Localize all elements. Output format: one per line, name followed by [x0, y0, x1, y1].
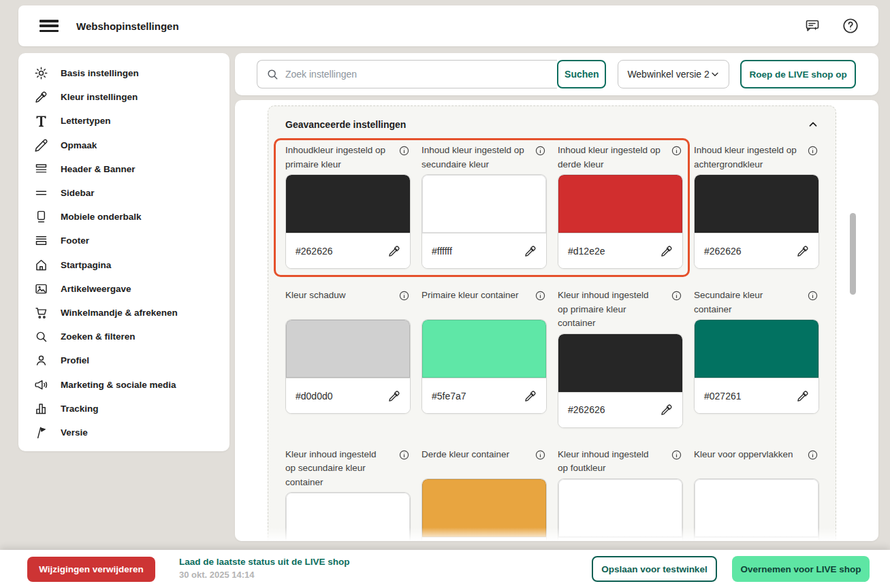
image-icon [34, 282, 48, 296]
color-swatch[interactable] [286, 493, 410, 541]
info-icon[interactable] [398, 449, 410, 461]
call-live-shop-button[interactable]: Roep de LIVE shop op [740, 60, 856, 88]
eyedropper-button[interactable] [660, 403, 673, 416]
sidebar-item-artikelweergave[interactable]: Artikelweergave [18, 277, 229, 301]
scrollbar-thumb[interactable] [850, 213, 856, 295]
sidebar-item-footer[interactable]: Footer [18, 229, 229, 252]
color-swatch[interactable] [422, 320, 546, 378]
eyedropper-button[interactable] [524, 389, 537, 403]
info-icon[interactable] [807, 145, 819, 157]
eyedropper-button[interactable] [796, 244, 810, 258]
color-swatch[interactable] [286, 320, 410, 378]
eyedropper-icon [387, 389, 401, 403]
info-icon[interactable] [671, 145, 682, 157]
color-swatch[interactable] [558, 175, 682, 233]
sidebar-item-label: Basis instellingen [61, 68, 139, 78]
load-live-status-link[interactable]: Laad de laatste status uit de LIVE shop [179, 557, 350, 568]
sidebar-item-startpagina[interactable]: Startpagina [18, 253, 229, 277]
settings-toolbar: Suchen Webwinkel versie 2 Roep de LIVE s… [235, 53, 878, 95]
info-icon[interactable] [535, 290, 546, 301]
color-card-label: Inhoud kleur ingesteld op derde kleur [558, 144, 661, 172]
version-select[interactable]: Webwinkel versie 2 [618, 60, 729, 88]
sidebar-item-versie[interactable]: Versie [18, 421, 229, 444]
search-input[interactable] [257, 60, 557, 88]
sidebar-item-profiel[interactable]: Profiel [18, 348, 229, 372]
chevron-up-icon [807, 118, 819, 131]
hex-value: #262626 [296, 246, 333, 257]
info-icon[interactable] [398, 290, 410, 301]
save-test-button[interactable]: Opslaan voor testwinkel [592, 556, 717, 582]
feedback-icon [804, 18, 821, 34]
info-icon[interactable] [807, 290, 819, 301]
color-swatch[interactable] [695, 479, 819, 538]
info-icon[interactable] [535, 449, 546, 461]
info-icon[interactable] [671, 290, 682, 301]
color-swatch[interactable] [422, 175, 546, 233]
hex-value: #027261 [704, 391, 742, 402]
eyedropper-button[interactable] [660, 244, 673, 258]
color-card-kleur-inhoud-ingesteld-op-primaire-kleur-container: Kleur inhoud ingesteld op primaire kleur… [558, 289, 683, 428]
feedback-button[interactable] [804, 18, 821, 34]
eyedropper-icon [524, 244, 537, 258]
footer-icon [34, 233, 48, 248]
hex-value: #262626 [568, 404, 605, 415]
color-swatch[interactable] [695, 175, 819, 233]
eyedropper-button[interactable] [387, 389, 401, 403]
sidebar-item-label: Marketing & sociale media [61, 380, 176, 390]
eyedropper-icon [660, 403, 673, 416]
hex-value: #262626 [704, 246, 742, 257]
info-icon[interactable] [807, 449, 819, 461]
scrollbar[interactable] [849, 103, 857, 538]
hamburger-menu-button[interactable] [39, 18, 59, 33]
status-timestamp: 30 okt. 2025 14:14 [179, 570, 350, 581]
flag-icon [34, 425, 48, 440]
sidebar-item-basis-instellingen[interactable]: Basis instellingen [18, 61, 229, 85]
sidebar-item-kleur-instellingen[interactable]: Kleur instellingen [18, 85, 229, 109]
help-icon [842, 17, 859, 35]
search-button[interactable]: Suchen [557, 60, 606, 88]
sidebar-item-tracking[interactable]: Tracking [18, 397, 229, 421]
color-card-label: Inhoud kleur ingesteld op achtergrondkle… [694, 144, 797, 172]
version-select-value: Webwinkel versie 2 [627, 69, 709, 80]
person-icon [34, 353, 48, 368]
sidebar-item-label: Startpagina [61, 260, 111, 270]
eyedropper-icon [796, 389, 810, 403]
sidebar-item-winkelmandje-afrekenen[interactable]: Winkelmandje & afrekenen [18, 301, 229, 325]
sidebar-item-header-banner[interactable]: Header & Banner [18, 157, 229, 181]
eyedropper-button[interactable] [524, 244, 537, 258]
info-icon[interactable] [671, 449, 682, 461]
color-card-label: Kleur inhoud ingesteld op secundaire kle… [285, 448, 389, 490]
color-swatch[interactable] [695, 320, 819, 378]
apply-live-button[interactable]: Overnemen voor LIVE shop [732, 556, 870, 582]
eyedropper-button[interactable] [387, 244, 401, 258]
sidebar-item-label: Opmaak [61, 140, 97, 150]
eyedropper-button[interactable] [796, 389, 810, 403]
color-swatch[interactable] [422, 479, 546, 538]
info-icon[interactable] [398, 145, 410, 157]
discard-changes-button[interactable]: Wijzigingen verwijderen [27, 557, 155, 582]
color-card-secundaire-kleur-container: Secundaire kleur container #027261 [694, 289, 819, 428]
color-swatch-card [558, 478, 683, 542]
color-swatch[interactable] [286, 175, 410, 233]
chevron-down-icon [710, 69, 720, 80]
sidebar-item-marketing-sociale-media[interactable]: Marketing & sociale media [18, 372, 229, 396]
sidebar-item-zoeken-filteren[interactable]: Zoeken & filteren [18, 325, 229, 348]
color-swatch[interactable] [558, 479, 682, 538]
sidebar-item-lettertypen[interactable]: Lettertypen [18, 109, 229, 133]
eyedropper-icon [524, 389, 537, 403]
advanced-settings-header[interactable]: Geavanceerde instellingen [285, 117, 819, 132]
color-card-label: Kleur inhoud ingesteld op foutkleur [558, 448, 661, 476]
sidebar-item-sidebar[interactable]: Sidebar [18, 181, 229, 205]
color-card-label: Inhoud kleur ingesteld op secundaire kle… [422, 144, 525, 172]
color-swatch-card: #5fe7a7 [422, 319, 547, 414]
color-swatch-card: #262626 [285, 174, 411, 269]
collapse-button[interactable] [807, 118, 819, 131]
info-icon[interactable] [535, 145, 546, 157]
sidebar-item-opmaak[interactable]: Opmaak [18, 133, 229, 157]
panel-title: Geavanceerde instellingen [285, 119, 406, 130]
sidebar-item-label: Tracking [61, 404, 99, 414]
sidebar-item-mobiele-onderbalk[interactable]: Mobiele onderbalk [18, 205, 229, 229]
color-swatch[interactable] [558, 334, 682, 393]
color-swatch-card: #027261 [694, 319, 819, 414]
help-button[interactable] [842, 17, 859, 35]
